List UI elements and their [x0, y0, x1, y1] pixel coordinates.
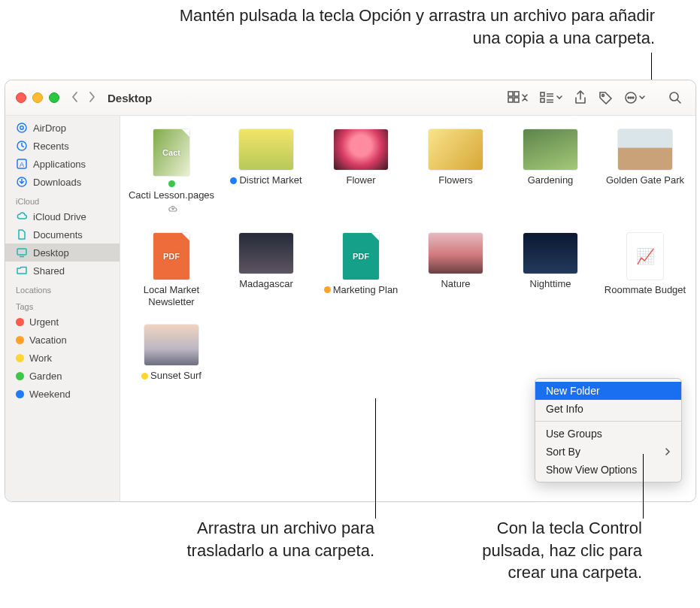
menu-item-sort-by[interactable]: Sort By [535, 443, 681, 461]
sidebar-item-shared[interactable]: Shared [5, 262, 120, 280]
window-controls [16, 92, 59, 103]
file-label: Marketing Plan [324, 284, 398, 296]
file-item[interactable]: Nighttime [505, 233, 595, 309]
file-thumbnail [239, 129, 293, 170]
file-thumbnail: PDF [343, 233, 379, 280]
sidebar: AirDrop Recents A Applications Downloads… [5, 116, 120, 502]
menu-item-show-view-options[interactable]: Show View Options [535, 461, 681, 479]
view-mode-button[interactable] [502, 87, 535, 108]
file-item[interactable]: PDFMarketing Plan [316, 233, 406, 309]
nav-arrows [70, 91, 97, 105]
menu-item-get-info[interactable]: Get Info [535, 400, 681, 418]
file-grid-area[interactable]: CactCacti Lesson.pagesDistrict MarketFlo… [120, 116, 695, 502]
callout-text: Mantén pulsada la tecla Opción y arrastr… [180, 6, 655, 47]
tag-dot-icon [16, 336, 24, 344]
context-menu: New FolderGet InfoUse GroupsSort ByShow … [535, 378, 682, 482]
sidebar-item-downloads[interactable]: Downloads [5, 173, 120, 191]
clock-icon [16, 140, 28, 152]
callout-leader-br [643, 454, 644, 519]
file-label: Sunset Surf [141, 370, 202, 382]
file-label: Madagascar [239, 278, 293, 290]
file-item[interactable]: 📈Roommate Budget [600, 233, 690, 309]
file-thumbnail [429, 129, 483, 170]
file-item[interactable]: Sunset Surf [126, 325, 217, 382]
file-label: Nature [441, 278, 470, 290]
forward-button[interactable] [86, 91, 97, 105]
file-thumbnail [523, 233, 577, 274]
back-button[interactable] [70, 91, 80, 105]
sidebar-item-documents[interactable]: Documents [5, 225, 120, 244]
group-by-button[interactable] [535, 87, 568, 108]
search-button[interactable] [662, 87, 688, 108]
menu-item-label: Sort By [546, 446, 580, 458]
finder-window: Desktop AirDrop [5, 80, 696, 502]
file-thumbnail [618, 129, 672, 170]
svg-point-18 [20, 126, 23, 129]
file-item[interactable]: Nature [411, 233, 501, 309]
close-button[interactable] [16, 92, 26, 103]
svg-rect-4 [541, 92, 544, 96]
file-item[interactable]: Madagascar [221, 233, 311, 309]
sidebar-item-label: Work [29, 352, 52, 364]
sidebar-tag-urgent[interactable]: Urgent [5, 313, 120, 331]
tag-dot-icon [16, 318, 24, 326]
tag-dot-icon [16, 372, 24, 380]
cloud-icon [16, 210, 28, 222]
callout-text: Con la tecla Control pulsada, haz clic p… [482, 519, 642, 582]
sidebar-tag-vacation[interactable]: Vacation [5, 331, 120, 349]
tag-dot-icon [168, 180, 175, 187]
menu-item-label: Use Groups [546, 428, 602, 440]
file-item[interactable]: PDFLocal Market Newsletter [126, 233, 217, 309]
sidebar-item-label: Downloads [33, 177, 81, 188]
more-button[interactable] [619, 87, 652, 108]
sidebar-item-label: Documents [33, 229, 83, 240]
file-label: Roommate Budget [605, 284, 686, 296]
sidebar-item-applications[interactable]: A Applications [5, 155, 120, 173]
file-label: Flowers [438, 174, 473, 186]
window-title: Desktop [108, 92, 152, 104]
sidebar-tag-work[interactable]: Work [5, 349, 120, 367]
sidebar-item-desktop[interactable]: Desktop [5, 244, 120, 262]
sidebar-item-recents[interactable]: Recents [5, 137, 120, 155]
sidebar-item-label: Shared [33, 265, 65, 277]
file-thumbnail [334, 129, 388, 170]
svg-point-10 [602, 95, 605, 97]
svg-text:A: A [20, 161, 24, 168]
sidebar-tag-garden[interactable]: Garden [5, 367, 120, 385]
file-item[interactable]: Flower [316, 129, 406, 216]
svg-rect-5 [541, 98, 544, 102]
tag-dot-icon [230, 177, 237, 184]
file-item[interactable]: Golden Gate Park [600, 129, 690, 216]
file-label: Gardening [528, 174, 574, 186]
sidebar-item-iclouddrive[interactable]: iCloud Drive [5, 207, 120, 225]
tag-dot-icon [141, 373, 148, 380]
file-label: Nighttime [530, 278, 571, 290]
sidebar-item-airdrop[interactable]: AirDrop [5, 119, 120, 137]
svg-point-14 [632, 97, 634, 98]
minimize-button[interactable] [32, 92, 43, 103]
file-item[interactable]: Flowers [411, 129, 501, 216]
file-item[interactable]: CactCacti Lesson.pages [126, 129, 217, 216]
svg-rect-1 [514, 92, 519, 96]
menu-item-use-groups[interactable]: Use Groups [535, 425, 681, 443]
svg-point-17 [17, 123, 26, 132]
file-label: Flower [346, 174, 375, 186]
file-label: Cacti Lesson.pages [126, 180, 217, 216]
svg-point-15 [670, 92, 678, 101]
maximize-button[interactable] [49, 92, 59, 103]
file-item[interactable]: District Market [221, 129, 311, 216]
menu-item-new-folder[interactable]: New Folder [535, 382, 681, 400]
cloud-status-icon [168, 204, 178, 216]
menu-item-label: New Folder [546, 385, 600, 397]
file-item[interactable]: Gardening [505, 129, 595, 216]
sidebar-tag-weekend[interactable]: Weekend [5, 385, 120, 403]
tag-dot-icon [324, 286, 331, 293]
shared-icon [16, 265, 28, 277]
svg-rect-0 [508, 92, 513, 96]
tags-button[interactable] [593, 87, 619, 108]
menu-item-label: Get Info [546, 403, 583, 415]
share-button[interactable] [568, 87, 593, 108]
airdrop-icon [16, 122, 28, 134]
menu-separator [535, 421, 681, 422]
file-label: Golden Gate Park [606, 174, 684, 186]
